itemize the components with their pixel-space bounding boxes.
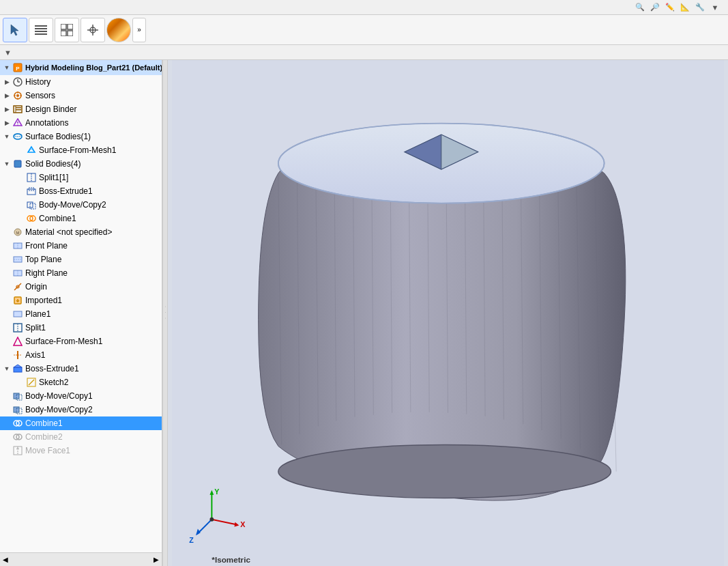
sidebar-item-bmc2-tree[interactable]: Body-Move/Copy2 [0,403,162,416]
annotations-icon [12,117,23,128]
settings-icon[interactable]: 🔧 [694,1,706,14]
viewport[interactable]: Y X Z *Isometric [168,60,728,566]
sidebar-footer: ◀ ▶ [0,552,162,566]
sidebar-item-sfm1-tree[interactable]: Surface-From-Mesh1 [0,335,162,348]
svg-rect-58 [14,367,22,372]
viewport-content: Y X Z *Isometric [168,60,728,566]
sidebar-item-body-move-copy1[interactable]: Body-Move/Copy1 [0,389,162,403]
right-plane-label: Right Plane [25,268,68,278]
sidebar-item-plane1[interactable]: Plane1 [0,307,162,321]
footer-arrow-right[interactable]: ▶ [154,556,159,563]
history-label: History [25,77,50,87]
grid-button[interactable] [55,18,79,42]
sidebar-item-sketch2[interactable]: Sketch2 [0,376,162,389]
tree-root-label: Hybrid Modeling Blog_Part21 (Default) [25,63,162,72]
body-move-copy1-label: Body-Move/Copy1 [25,391,93,401]
svg-text:X: X [240,520,246,528]
svg-line-49 [14,283,21,290]
sidebar-item-top-plane[interactable]: Top Plane [0,253,162,266]
combine2-label: Combine2 [25,432,63,442]
svg-rect-35 [27,189,35,195]
sidebar-item-split1[interactable]: Split1[1] [0,171,162,184]
svg-text:Z: Z [189,536,194,544]
surface-bodies-icon [12,131,23,142]
measure-icon[interactable]: 📐 [679,1,691,14]
surface-from-mesh-icon [26,145,37,156]
svg-text:Y: Y [214,487,219,496]
sidebar-item-material[interactable]: M Material <not specified> [0,225,162,239]
svg-rect-7 [61,31,66,36]
front-plane-label: Front Plane [25,241,68,251]
design-binder-icon [12,104,23,115]
more-button[interactable]: » [132,18,146,42]
annotations-arrow: ▶ [3,119,11,127]
edit-icon[interactable]: ✏️ [664,1,676,14]
sensors-arrow: ▶ [3,91,11,100]
part-icon: P [12,62,23,73]
svg-point-29 [17,124,18,126]
svg-point-99 [278,445,611,498]
3d-model-view: Y X Z *Isometric [168,60,728,566]
select-button[interactable] [3,18,27,42]
sidebar-item-boss-extrude1[interactable]: ▼ Boss-Extrude1 [0,362,162,376]
front-plane-icon [12,240,23,251]
crosshair-button[interactable] [81,18,105,42]
sidebar-item-imported1[interactable]: Imported1 [0,294,162,307]
sidebar-item-surface-bodies[interactable]: ▼ Surface Bodies(1) [0,130,162,143]
design-binder-label: Design Binder [25,104,76,114]
sidebar-item-body-move-copy2[interactable]: Body-Move/Copy2 [0,198,162,212]
resize-handle[interactable]: · · · [162,60,168,566]
appearance-button[interactable] [106,18,131,42]
list-button[interactable] [29,18,53,42]
svg-rect-6 [68,24,73,29]
zoom-icon[interactable]: 🔎 [649,1,661,14]
sfm1-tree-label: Surface-From-Mesh1 [25,337,102,346]
feature-tree: ▼ P Hybrid Modeling Blog_Part21 (Default… [0,60,162,566]
plane1-label: Plane1 [25,309,50,319]
combine1-label: Combine1 [25,419,63,428]
sidebar-item-sensors[interactable]: ▶ Sensors [0,89,162,102]
sidebar-item-right-plane[interactable]: Right Plane [0,266,162,280]
footer-arrow-left[interactable]: ◀ [3,556,8,563]
sidebar-item-split1-tree[interactable]: Split1 [0,321,162,335]
sidebar-item-combine1[interactable]: Combine1 [0,416,162,430]
tree-root[interactable]: ▼ P Hybrid Modeling Blog_Part21 (Default… [0,60,162,75]
boss-extrude1-icon [12,363,23,374]
sketch2-label: Sketch2 [39,378,68,387]
sidebar-item-boss-extrude1-body[interactable]: Boss-Extrude1 [0,184,162,198]
origin-icon [12,281,23,292]
top-plane-icon [12,254,23,265]
sidebar-item-surface-from-mesh1[interactable]: Surface-From-Mesh1 [0,143,162,157]
svg-point-18 [16,94,19,97]
sidebar-item-axis1[interactable]: Axis1 [0,348,162,362]
boss-extrude1-label: Boss-Extrude1 [25,364,79,373]
sidebar-item-combine1-body[interactable]: Combine1 [0,212,162,225]
body-move-copy2-icon [26,199,37,210]
search-icon[interactable]: 🔍 [634,1,646,14]
plane1-icon [12,309,23,320]
combine2-icon [12,431,23,442]
split1-tree-label: Split1 [25,323,46,332]
more-icon[interactable]: ▼ [709,1,721,14]
sidebar-item-solid-bodies[interactable]: ▼ Solid Bodies(4) [0,157,162,171]
bmc2-tree-label: Body-Move/Copy2 [25,405,93,414]
sidebar-item-annotations[interactable]: ▶ Annotations [0,116,162,130]
filter-bar: ▼ [0,45,728,60]
surface-bodies-label: Surface Bodies(1) [25,132,91,141]
imported1-icon [12,295,23,306]
sidebar-item-move-face1[interactable]: Move Face1 [0,444,162,457]
sidebar-item-combine2[interactable]: Combine2 [0,430,162,444]
sidebar-item-origin[interactable]: Origin [0,280,162,294]
solid-bodies-arrow: ▼ [3,160,11,168]
svg-text:P: P [16,66,20,72]
filter-icon: ▼ [4,48,12,57]
boss-extrude1-body-label: Boss-Extrude1 [39,186,93,196]
design-binder-arrow: ▶ [3,105,11,113]
svg-rect-2 [35,28,47,29]
sidebar-item-design-binder[interactable]: ▶ Design Binder [0,102,162,116]
svg-rect-32 [14,160,21,167]
sidebar-item-front-plane[interactable]: Front Plane [0,239,162,253]
history-icon [12,76,23,87]
sidebar-item-history[interactable]: ▶ History [0,75,162,89]
content-area: ▼ P Hybrid Modeling Blog_Part21 (Default… [0,60,728,566]
